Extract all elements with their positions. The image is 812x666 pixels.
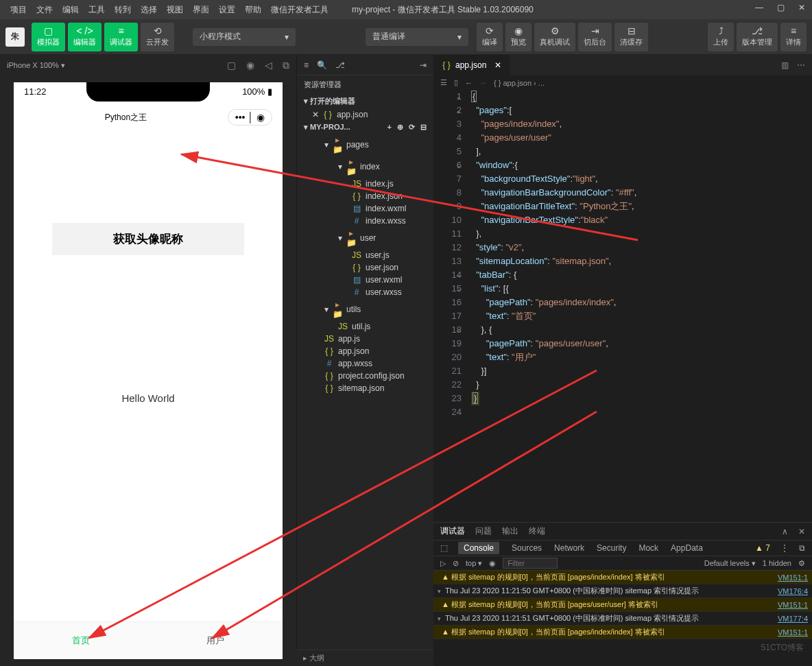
devtools-tab[interactable]: Console xyxy=(458,542,499,554)
context-select[interactable]: top ▾ xyxy=(466,559,482,568)
warning-count[interactable]: ▲ 7 xyxy=(755,543,770,553)
menu-item[interactable]: 文件 xyxy=(33,4,56,16)
tree-item[interactable]: { }sitemap.json xyxy=(297,382,433,394)
tree-item[interactable]: JSapp.js xyxy=(297,333,433,345)
minimize-icon[interactable]: — xyxy=(755,3,763,12)
toolbar-button[interactable]: ≡详情 xyxy=(780,23,807,51)
maximize-icon[interactable]: ▢ xyxy=(777,3,785,12)
tab-user[interactable]: 用户 xyxy=(148,622,283,659)
console-log[interactable]: ▲ 根据 sitemap 的规则[0]，当前页面 [pages/index/in… xyxy=(433,571,812,584)
devtools-tab[interactable]: Mock xyxy=(638,543,658,553)
play-icon[interactable]: ▷ xyxy=(440,559,446,568)
tree-item[interactable]: { }project.config.json xyxy=(297,370,433,382)
split-icon[interactable]: ▥ xyxy=(781,60,789,70)
tab-home[interactable]: 首页 xyxy=(14,622,148,659)
tree-item[interactable]: JSutil.js xyxy=(297,320,433,333)
menu-item[interactable]: 选择 xyxy=(137,4,160,16)
expand-icon[interactable]: ∧ xyxy=(782,527,788,536)
search-icon[interactable]: 🔍 xyxy=(317,60,327,70)
debug-tab[interactable]: 终端 xyxy=(529,525,545,537)
breadcrumb[interactable]: ☰ ▯ ← → { } app.json › ... xyxy=(433,75,812,90)
console-log[interactable]: ▲ 根据 sitemap 的规则[0]，当前页面 [pages/user/use… xyxy=(433,598,812,612)
editor-tab[interactable]: { }app.json✕ xyxy=(433,55,510,75)
device-select[interactable]: iPhone X 100% ▾ xyxy=(7,61,65,70)
console-log[interactable]: ▲ 根据 sitemap 的规则[0]，当前页面 [pages/index/in… xyxy=(433,626,812,639)
toggle-icon[interactable]: ⇥ xyxy=(420,60,427,70)
devtools-tab[interactable]: Security xyxy=(597,543,626,553)
toolbar-button[interactable]: ⇥切后台 xyxy=(578,23,612,51)
toolbar-button[interactable]: ▢模拟器 xyxy=(32,23,65,51)
menu-item[interactable]: 视图 xyxy=(163,4,187,16)
debug-tab[interactable]: 调试器 xyxy=(440,525,465,537)
menu-item[interactable]: 项目 xyxy=(7,4,30,16)
bookmark-icon[interactable]: ▯ xyxy=(454,78,458,87)
compile-select[interactable]: 普通编译▾ xyxy=(366,28,468,46)
toolbar-button[interactable]: ◉预览 xyxy=(505,23,532,51)
toolbar-button[interactable]: < />编辑器 xyxy=(68,23,102,51)
debug-tab[interactable]: 输出 xyxy=(502,525,518,537)
tree-item[interactable]: ▤index.wxml xyxy=(297,202,433,215)
new-file-icon[interactable]: + xyxy=(387,123,392,132)
open-editors-header[interactable]: ▾ 打开的编辑器 xyxy=(297,94,433,108)
back-icon[interactable]: ← xyxy=(465,79,473,87)
menu-item[interactable]: 设置 xyxy=(215,4,239,16)
toolbar-button[interactable]: ⚙真机调试 xyxy=(534,23,575,51)
outline-header[interactable]: ▸ 大纲 xyxy=(296,650,433,666)
tree-item[interactable]: ▾▸ 📁utils xyxy=(297,298,433,320)
console-log[interactable]: ▾Thu Jul 23 2020 11:21:50 GMT+0800 (中国标准… xyxy=(433,584,812,598)
toolbar-button[interactable]: ⟲云开发 xyxy=(141,23,174,51)
filter-input[interactable] xyxy=(503,558,558,569)
forward-icon[interactable]: → xyxy=(479,79,487,87)
clear-icon[interactable]: ⊘ xyxy=(453,559,459,568)
inspect-icon[interactable]: ⬚ xyxy=(440,543,448,553)
menu-item[interactable]: 编辑 xyxy=(59,4,82,16)
close-panel-icon[interactable]: ✕ xyxy=(798,527,805,536)
eye-icon[interactable]: ◉ xyxy=(489,559,496,568)
tree-item[interactable]: ▾▸ 📁user xyxy=(297,227,433,249)
menu-item[interactable]: 帮助 xyxy=(241,4,265,16)
mute-icon[interactable]: ◁ xyxy=(265,60,272,71)
devtools-tab[interactable]: Network xyxy=(554,543,584,553)
list-icon[interactable]: ≡ xyxy=(304,60,309,70)
tree-item[interactable]: JSuser.js xyxy=(297,249,433,261)
collapse-icon[interactable]: ⊟ xyxy=(420,123,427,132)
toolbar-button[interactable]: ⟳编译 xyxy=(477,23,503,51)
tree-item[interactable]: #app.wxss xyxy=(297,357,433,370)
close-icon[interactable]: ✕ xyxy=(798,3,805,12)
settings-icon[interactable]: ⋮ xyxy=(780,543,789,553)
more-icon[interactable]: ⋯ xyxy=(797,60,805,70)
record-icon[interactable]: ◉ xyxy=(246,60,254,71)
get-avatar-button[interactable]: 获取头像昵称 xyxy=(52,223,244,255)
refresh-icon[interactable]: ⟳ xyxy=(409,123,415,132)
toolbar-button[interactable]: ⊟清缓存 xyxy=(614,23,648,51)
levels-select[interactable]: Default levels ▾ xyxy=(704,559,756,568)
tree-item[interactable]: ▾▸ 📁pages xyxy=(297,134,433,156)
tree-item[interactable]: { }app.json xyxy=(297,345,433,357)
tree-item[interactable]: JSindex.js xyxy=(297,178,433,190)
tree-item[interactable]: ▤user.wxml xyxy=(297,274,433,286)
devtools-tab[interactable]: Sources xyxy=(512,543,542,553)
tree-item[interactable]: #index.wxss xyxy=(297,215,433,227)
close-tab-icon[interactable]: ✕ xyxy=(494,60,501,70)
list-icon[interactable]: ☰ xyxy=(440,78,447,87)
device-icon[interactable]: ▢ xyxy=(227,60,236,71)
tree-item[interactable]: ▾▸ 📁index xyxy=(297,156,433,178)
menu-item[interactable]: 转到 xyxy=(111,4,134,16)
open-editor-item[interactable]: ✕{ }app.json xyxy=(297,108,433,121)
toolbar-button[interactable]: ⎇版本管理 xyxy=(737,23,778,51)
new-folder-icon[interactable]: ⊕ xyxy=(397,123,403,132)
gear-icon[interactable]: ⚙ xyxy=(798,559,805,568)
debug-tab[interactable]: 问题 xyxy=(475,525,492,537)
menu-item[interactable]: 微信开发者工具 xyxy=(267,4,332,16)
toolbar-button[interactable]: ≡调试器 xyxy=(104,23,138,51)
menu-item[interactable]: 工具 xyxy=(85,4,108,16)
tree-item[interactable]: { }user.json xyxy=(297,261,433,274)
project-header[interactable]: ▾ MY-PROJ... + ⊕ ⟳ ⊟ xyxy=(297,121,433,134)
console-log[interactable]: ▾Thu Jul 23 2020 11:21:51 GMT+0800 (中国标准… xyxy=(433,612,812,626)
toolbar-button[interactable]: ⤴上传 xyxy=(708,23,734,51)
mode-select[interactable]: 小程序模式▾ xyxy=(193,28,296,46)
tree-item[interactable]: { }index.json xyxy=(297,190,433,202)
copy-icon[interactable]: ⧉ xyxy=(283,60,289,71)
code-area[interactable]: 1⌄2⌄3456⌄7891011121314⌄15⌄161718⌄1920212… xyxy=(433,90,812,522)
dock-icon[interactable]: ⧉ xyxy=(799,543,805,553)
